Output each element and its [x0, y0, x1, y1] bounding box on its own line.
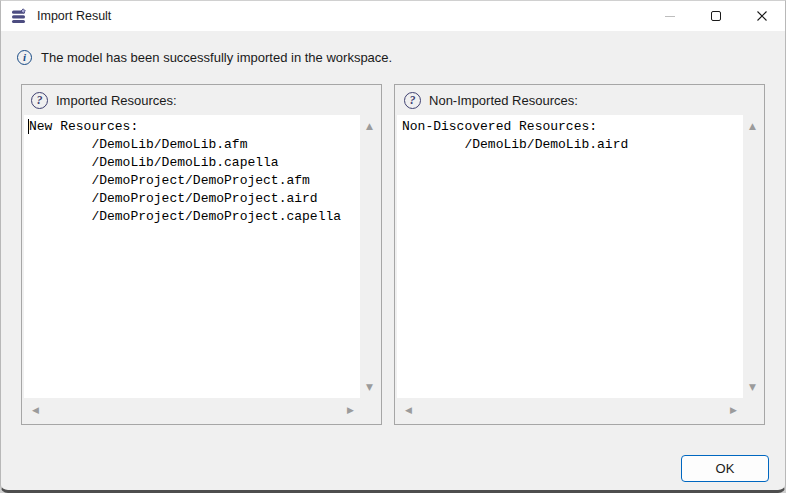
minimize-button: [647, 1, 693, 31]
non-imported-resources-header: ? Non-Imported Resources:: [395, 85, 764, 115]
scroll-right-icon[interactable]: ▶: [347, 406, 354, 415]
imported-resources-label: Imported Resources:: [56, 93, 177, 108]
scrollbar-corner: [360, 398, 379, 423]
scroll-left-icon[interactable]: ◀: [32, 406, 39, 415]
result-panels: ? Imported Resources: New Resources: /De…: [21, 84, 765, 425]
close-button[interactable]: [739, 1, 785, 31]
non-imported-horizontal-scrollbar[interactable]: ◀ ▶: [397, 398, 743, 423]
scroll-up-icon[interactable]: ▲: [749, 122, 756, 131]
info-icon: i: [17, 50, 32, 65]
scrollbar-corner: [743, 398, 762, 423]
scroll-right-icon[interactable]: ▶: [730, 406, 737, 415]
imported-resources-header: ? Imported Resources:: [22, 85, 381, 115]
dialog-footer: OK: [1, 425, 785, 490]
minimize-icon: [665, 16, 675, 17]
window-controls: [647, 1, 785, 31]
imported-horizontal-scrollbar[interactable]: ◀ ▶: [24, 398, 360, 423]
imported-resources-text[interactable]: New Resources: /DemoLib/DemoLib.afm /Dem…: [24, 115, 360, 398]
imported-vertical-scrollbar[interactable]: ▲ ▼: [360, 115, 379, 398]
non-imported-resources-label: Non-Imported Resources:: [429, 93, 578, 108]
help-icon: ?: [404, 92, 421, 109]
scroll-up-icon[interactable]: ▲: [366, 122, 373, 131]
non-imported-resources-panel: ? Non-Imported Resources: Non-Discovered…: [394, 84, 765, 425]
status-banner: i The model has been successfully import…: [1, 31, 785, 84]
capella-import-icon: [11, 8, 27, 24]
non-imported-vertical-scrollbar[interactable]: ▲ ▼: [743, 115, 762, 398]
import-result-dialog: Import Result i The model has been succe…: [0, 0, 786, 493]
text-caret: [28, 119, 29, 134]
non-imported-resources-text[interactable]: Non-Discovered Resources: /DemoLib/DemoL…: [397, 115, 743, 398]
imported-resources-body: New Resources: /DemoLib/DemoLib.afm /Dem…: [22, 115, 381, 424]
status-message: The model has been successfully imported…: [41, 50, 392, 65]
scroll-down-icon[interactable]: ▼: [749, 383, 756, 392]
scroll-left-icon[interactable]: ◀: [405, 406, 412, 415]
maximize-button[interactable]: [693, 1, 739, 31]
window-title: Import Result: [37, 9, 111, 23]
close-icon: [756, 10, 768, 22]
ok-button[interactable]: OK: [681, 455, 769, 482]
non-imported-resources-body: Non-Discovered Resources: /DemoLib/DemoL…: [395, 115, 764, 424]
scroll-down-icon[interactable]: ▼: [366, 383, 373, 392]
titlebar[interactable]: Import Result: [1, 1, 785, 31]
imported-resources-panel: ? Imported Resources: New Resources: /De…: [21, 84, 382, 425]
maximize-icon: [711, 11, 721, 21]
help-icon: ?: [31, 92, 48, 109]
